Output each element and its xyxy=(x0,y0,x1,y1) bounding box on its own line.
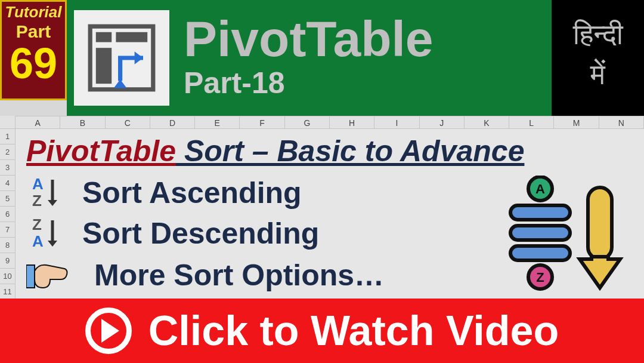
row-header: 5 xyxy=(0,191,15,207)
title-banner: PivotTable Part-18 xyxy=(67,0,552,116)
svg-text:A: A xyxy=(32,176,44,193)
badge-line2: Part xyxy=(2,21,65,42)
column-header: F xyxy=(240,116,284,129)
column-header: J xyxy=(420,116,465,129)
bullet-more-options: More Sort Options… xyxy=(26,258,384,293)
bullet-sort-ascending: A Z Sort Ascending xyxy=(26,176,302,210)
svg-rect-15 xyxy=(510,246,570,260)
svg-rect-18 xyxy=(588,187,612,259)
hindi-line2: में xyxy=(552,54,644,94)
svg-text:Z: Z xyxy=(536,270,544,285)
svg-text:Z: Z xyxy=(32,192,42,210)
spreadsheet-backdrop: 1234567891011 ABCDEFGHIJKLMN PivotTable … xyxy=(0,116,644,307)
row-header: 8 xyxy=(0,238,15,253)
watch-video-cta[interactable]: Click to Watch Video xyxy=(0,299,644,363)
svg-text:A: A xyxy=(535,182,545,196)
column-header: I xyxy=(374,116,419,129)
column-header: E xyxy=(195,116,240,129)
sort-graphic-icon: A Z xyxy=(504,176,630,295)
row-header: 6 xyxy=(0,207,15,222)
row-header: 7 xyxy=(0,222,15,238)
row-header: 3 xyxy=(0,160,15,176)
column-header: M xyxy=(554,116,599,129)
svg-rect-10 xyxy=(26,265,35,288)
language-badge: हिन्दी में xyxy=(552,0,644,116)
column-header: H xyxy=(330,116,374,129)
top-banner: Tutorial Part 69 PivotTable Part-18 हिन्… xyxy=(0,0,644,116)
badge-number: 69 xyxy=(2,44,65,83)
heading-highlight: PivotTable xyxy=(26,134,176,168)
row-header: 1 xyxy=(0,129,15,144)
tutorial-part-badge: Tutorial Part 69 xyxy=(0,0,67,100)
column-header: N xyxy=(599,116,644,129)
svg-rect-14 xyxy=(510,226,570,240)
column-header: L xyxy=(509,116,554,129)
svg-text:Z: Z xyxy=(32,217,42,233)
play-icon xyxy=(85,307,132,354)
bullet3-text: More Sort Options… xyxy=(94,258,384,293)
bullet2-text: Sort Descending xyxy=(82,216,319,251)
column-header: A xyxy=(16,116,60,129)
row-header: 10 xyxy=(0,269,15,284)
row-header xyxy=(0,116,15,129)
column-header: K xyxy=(465,116,509,129)
svg-rect-2 xyxy=(116,32,147,42)
row-headers: 1234567891011 xyxy=(0,116,16,300)
svg-rect-3 xyxy=(96,48,112,84)
svg-rect-13 xyxy=(510,205,570,220)
bullet-sort-descending: Z A Sort Descending xyxy=(26,216,319,251)
column-headers: ABCDEFGHIJKLMN xyxy=(16,116,644,129)
hindi-line1: हिन्दी xyxy=(552,14,644,54)
column-header: G xyxy=(285,116,330,129)
cta-label: Click to Watch Video xyxy=(148,307,559,355)
sort-za-icon: Z A xyxy=(26,217,68,250)
banner-subtitle: Part-18 xyxy=(184,66,434,100)
sort-az-icon: A Z xyxy=(26,176,68,210)
badge-line1: Tutorial xyxy=(2,3,65,21)
row-header: 9 xyxy=(0,253,15,269)
heading-rest: Sort – Basic to Advance xyxy=(176,134,524,168)
bullet1-text: Sort Ascending xyxy=(82,176,302,210)
row-header: 11 xyxy=(0,284,15,300)
row-header: 2 xyxy=(0,144,15,160)
svg-text:A: A xyxy=(32,232,44,250)
banner-title: PivotTable xyxy=(184,16,434,63)
slide-heading: PivotTable Sort – Basic to Advance xyxy=(26,134,524,168)
row-header: 4 xyxy=(0,176,15,191)
banner-text: PivotTable Part-18 xyxy=(184,16,434,100)
column-header: D xyxy=(150,116,195,129)
column-header: C xyxy=(106,116,150,129)
column-header: B xyxy=(60,116,105,129)
pivottable-icon xyxy=(74,10,169,106)
svg-rect-1 xyxy=(96,32,112,42)
pointing-hand-icon xyxy=(26,260,68,290)
